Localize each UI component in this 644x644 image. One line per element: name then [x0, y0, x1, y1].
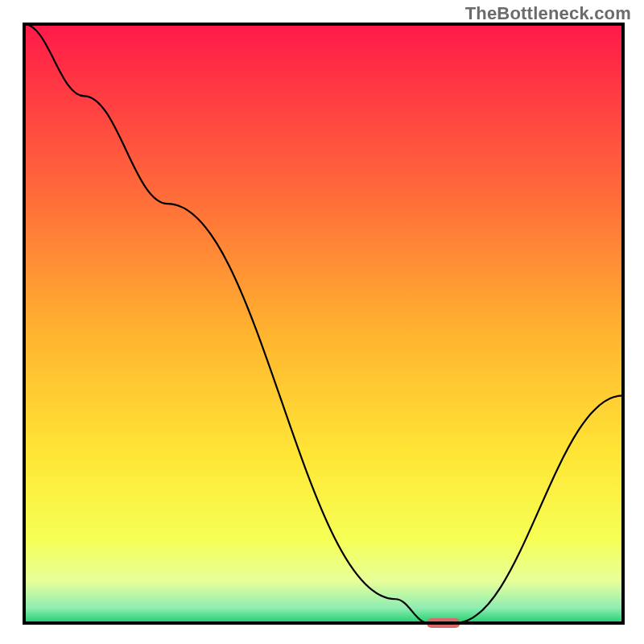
plot-area: [24, 24, 623, 628]
watermark-label: TheBottleneck.com: [465, 3, 631, 24]
chart-container: TheBottleneck.com: [0, 0, 644, 644]
gradient-background: [24, 24, 623, 623]
bottleneck-chart: [0, 0, 644, 644]
